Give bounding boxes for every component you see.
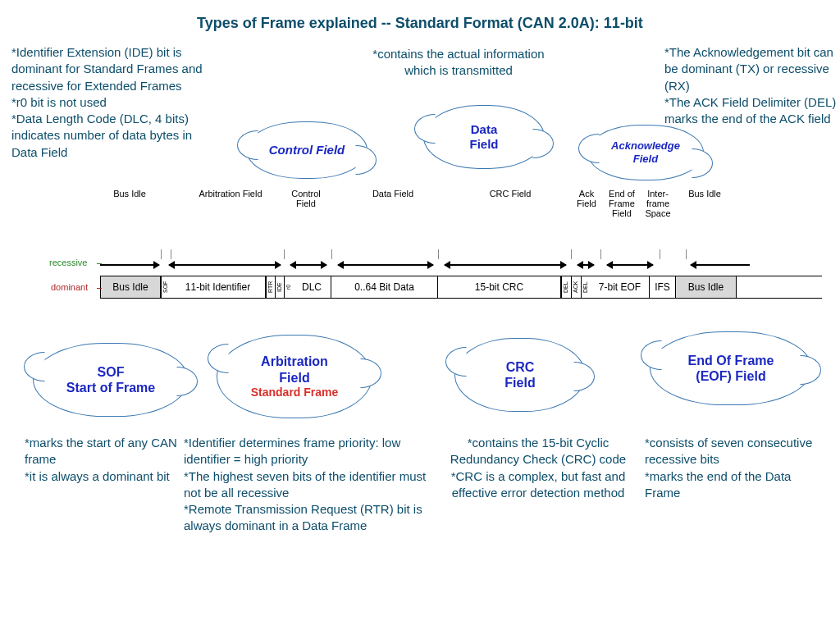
page-title: Types of Frame explained -- Standard For… [0,15,840,32]
box-data: 0..64 Bit Data [331,276,438,298]
arrow-data [338,264,433,266]
arrow-crc [445,264,566,266]
label-dominant: dominant [51,282,88,292]
note-ack: *The Acknowledgement bit can be dominant… [664,44,837,127]
line-recessive [97,263,102,264]
cloud-sof: SOFStart of Frame [33,343,189,417]
sec-eof: End ofFrameField [603,189,641,218]
sec-busidle-r: Bus Idle [679,189,730,199]
sec-ack: AckField [572,189,601,208]
cloud-crc-label: CRCField [504,359,535,390]
box-dlc: DLC [293,276,331,298]
box-ack: ACK [571,276,581,298]
cloud-control-label: Control Field [269,143,345,158]
note-sof: *marks the start of any CAN frame *it is… [25,435,180,485]
label-recessive: recessive [49,258,87,267]
sec-control: ControlField [287,189,325,208]
line-dominant [97,288,102,289]
arrow-ack [578,264,594,266]
box-rtr: RTR [266,276,275,298]
cloud-eof-label: End Of Frame(EOF) Field [688,353,774,384]
note-data: *contains the actual information which i… [372,46,545,80]
cloud-crc: CRCField [454,338,586,412]
box-busidle-r: Bus Idle [676,276,737,298]
cloud-data-label: DataField [469,122,498,152]
frame-boxes: Bus Idle SOF 11-bit Identifier RTR IDE r… [100,276,822,299]
cloud-data: DataField [423,105,545,169]
sec-ifs: Inter-frameSpace [641,189,674,218]
note-eof: *consists of seven consecutive recessive… [645,435,825,501]
box-ide: IDE [275,276,284,298]
cloud-control: Control Field [246,121,368,179]
cloud-sof-label: SOFStart of Frame [66,364,155,395]
cloud-eof: End Of Frame(EOF) Field [650,331,812,405]
box-del1: DEL [561,276,571,298]
note-control: *Identifier Extension (IDE) bit is domin… [11,44,218,161]
box-crc: 15-bit CRC [438,276,561,298]
cloud-ack-label: AcknowledgeField [611,139,680,165]
cloud-ack: AcknowledgeField [587,125,704,180]
cloud-arb-title: ArbitrationField [261,354,328,385]
cloud-arb-sub: Standard Frame [251,386,339,399]
box-busidle-l: Bus Idle [100,276,161,298]
sec-crc: CRC Field [461,189,559,199]
arrow-arb [169,264,281,266]
arrow-control [290,264,326,266]
arrow-busidle-r [691,264,750,266]
box-r0: r0 [284,276,293,298]
note-arb: *Identifier determines frame priority: l… [184,435,430,535]
cloud-arb: ArbitrationField Standard Frame [217,335,372,418]
box-eof: 7-bit EOF [591,276,650,298]
sec-arb: Arbitration Field [182,189,279,199]
frame-strip: Bus Idle Arbitration Field ControlField … [100,230,822,299]
sec-busidle-l: Bus Idle [105,189,154,199]
arrow-busidle-l [100,264,159,266]
arrow-eof [607,264,653,266]
box-del2: DEL [581,276,591,298]
box-sof: SOF [161,276,171,298]
box-ifs: IFS [650,276,676,298]
sec-data: Data Field [348,189,438,199]
note-crc: *contains the 15-bit Cyclic Redundancy C… [450,435,627,501]
box-identifier: 11-bit Identifier [171,276,266,298]
